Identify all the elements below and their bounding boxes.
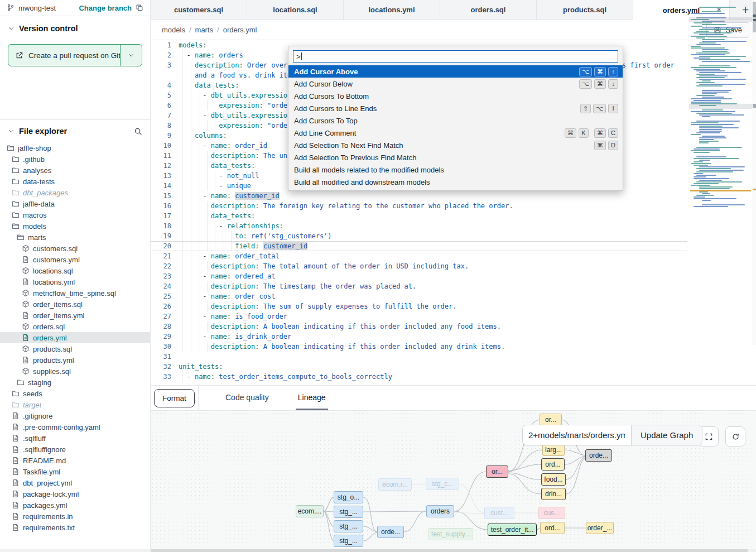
palette-item-add-selection-to-previous-find-match[interactable]: Add Selection To Previous Find Match [288,151,623,164]
file-explorer-header[interactable]: File explorer [0,120,150,138]
file-tree-item-dbt_packages[interactable]: dbt_packages [0,187,150,198]
editor-line-22[interactable]: 22 description: The total amount of the … [151,261,687,271]
file-tree-item-jaffle-data[interactable]: jaffle-data [0,198,150,209]
tab-customers.sql[interactable]: customers.sql [151,0,247,20]
palette-item-build-all-models-related-to-the-modified-models[interactable]: Build all models related to the modified… [288,164,623,176]
editor-line-27[interactable]: 27 - name: is_food_order [151,311,687,321]
editor-line-16[interactable]: 16 description: The foreign key relating… [151,201,687,211]
file-tree-item-order_items.yml[interactable]: order_items.yml [0,310,150,321]
change-branch-link[interactable]: Change branch [79,4,132,12]
file-tree-item-locations.sql[interactable]: locations.sql [0,265,150,276]
lineage-node-ecom[interactable]: ecom.... [296,505,324,517]
lineage-node-stg_[interactable]: stg_... [334,535,363,547]
file-tree-item-requirements.txt[interactable]: requirements.txt [0,522,150,533]
lineage-node-ecomr[interactable]: ecom.r... [378,478,412,491]
file-tree-item-locations.yml[interactable]: locations.yml [0,276,150,287]
file-tree-item-Taskfile.yml[interactable]: Taskfile.yml [0,466,150,477]
file-tree-item-.pre-commit-config.yaml[interactable]: .pre-commit-config.yaml [0,421,150,433]
file-tree-item-staging[interactable]: staging [0,377,150,388]
lineage-node-orde[interactable]: orde... [585,449,612,462]
update-graph-button[interactable]: Update Graph [631,425,702,445]
lineage-node-food[interactable]: food... [541,473,566,486]
file-tree-item-README.md[interactable]: README.md [0,455,150,466]
file-tree-item-orders.sql[interactable]: orders.sql [0,321,150,332]
editor-line-29[interactable]: 29 - name: is_drink_order [151,332,687,342]
refresh-button[interactable] [725,426,745,447]
editor-scrollbar-thumb[interactable] [753,2,756,32]
editor-line-31[interactable]: 31 [151,352,687,362]
minimap-viewport-band[interactable] [689,17,752,22]
editor-line-20[interactable]: 20 field: customer_id [151,241,687,251]
file-tree-item-requirements.in[interactable]: requirements.in [0,511,150,522]
file-tree-item-analyses[interactable]: analyses [0,165,150,176]
editor-line-15[interactable]: 15 - name: customer_id [151,191,687,201]
bottom-tab-code-quality[interactable]: Code quality [223,386,271,410]
create-pr-button-main[interactable]: Create a pull request on Git… [8,45,120,66]
palette-item-add-line-comment[interactable]: Add Line Comment⌘K⌘C [288,127,623,139]
tab-products.sql[interactable]: products.sql [537,0,633,20]
editor-line-25[interactable]: 25 - name: order_cost [151,291,687,301]
lineage-node-stg_c[interactable]: stg_c... [426,478,459,490]
lineage-selector-input[interactable] [523,425,631,445]
palette-item-add-cursors-to-top[interactable]: Add Cursors To Top [288,114,623,127]
palette-item-add-cursor-above[interactable]: Add Cursor Above⌥⌘↑ [288,65,623,78]
file-tree-item-products.sql[interactable]: products.sql [0,343,150,354]
file-tree-item-macros[interactable]: macros [0,209,150,220]
breadcrumb-item-models[interactable]: models [162,26,185,34]
lineage-node-ord[interactable]: ord... [541,458,565,471]
file-tree-item-customers.sql[interactable]: customers.sql [0,243,150,254]
tab-orders.sql[interactable]: orders.sql [440,0,537,20]
file-tree-item-models[interactable]: models [0,220,150,232]
editor-line-21[interactable]: 21 - name: order_total [151,251,687,261]
editor-line-26[interactable]: 26 description: The sum of supply expens… [151,301,687,311]
file-tree-item-dbt_project.yml[interactable]: dbt_project.yml [0,477,150,488]
breadcrumb-item-orders.yml[interactable]: orders.yml [223,26,257,34]
tab-locations.yml[interactable]: locations.yml [344,0,440,20]
file-tree-item-supplies.sql[interactable]: supplies.sql [0,366,150,377]
editor-line-19[interactable]: 19 to: ref('stg_customers') [151,231,687,241]
lineage-panel[interactable]: ecom....stg_o...stg_...stg_...stg_...ord… [151,411,756,549]
breadcrumb-item-marts[interactable]: marts [195,26,214,34]
lineage-node-drin[interactable]: drin... [541,488,566,500]
lineage-node-stg_[interactable]: stg_... [334,506,363,518]
file-tree-item-package-lock.yml[interactable]: package-lock.yml [0,488,150,500]
file-tree-item-orders.yml[interactable]: orders.yml [0,332,150,343]
create-pr-button[interactable]: Create a pull request on Git… [8,44,142,66]
create-pr-dropdown-caret[interactable] [120,45,142,66]
horizontal-scrollbar-thumb[interactable] [151,549,748,552]
lineage-node-orde[interactable]: orde... [377,526,404,538]
file-tree-item-.sqlfluffignore[interactable]: .sqlfluffignore [0,444,150,455]
palette-item-add-cursors-to-bottom[interactable]: Add Cursors To Bottom [288,90,623,102]
format-button[interactable]: Format [154,389,195,407]
minimap-viewport-band[interactable] [689,104,752,109]
version-control-header[interactable]: Version control [0,16,150,37]
file-tree-item-jaffle-shop[interactable]: jaffle-shop [0,142,150,153]
lineage-node-larg[interactable]: larg... [542,444,565,456]
palette-item-add-cursors-to-line-ends[interactable]: Add Cursors to Line Ends⇧⌥I [288,102,623,114]
file-tree-item-packages.yml[interactable]: packages.yml [0,500,150,511]
palette-item-build-all-modified-and-downstream-models[interactable]: Build all modified and downstream models [288,176,623,188]
file-tree-item-.gitignore[interactable]: .gitignore [0,410,150,421]
tab-locations.sql[interactable]: locations.sql [247,0,344,20]
file-tree-item-.github[interactable]: .github [0,153,150,165]
bottom-tab-lineage[interactable]: Lineage [296,386,328,410]
file-tree-item-marts[interactable]: marts [0,232,150,243]
file-tree-item-data-tests[interactable]: data-tests [0,176,150,187]
palette-item-add-selection-to-next-find-match[interactable]: Add Selection To Next Find Match⌘D [288,139,623,151]
editor-line-24[interactable]: 24 description: The timestamp the order … [151,281,687,291]
lineage-node-cus[interactable]: cus... [538,507,565,519]
file-tree-item-seeds[interactable]: seeds [0,388,150,399]
lineage-node-or[interactable]: or... [540,414,562,426]
horizontal-scrollbar[interactable] [0,549,756,552]
file-tree-item-.sqlfluff[interactable]: .sqlfluff [0,433,150,444]
editor-line-17[interactable]: 17 data_tests: [151,211,687,221]
lineage-node-orders[interactable]: orders [426,505,454,517]
file-tree-item-order_items.sql[interactable]: order_items.sql [0,299,150,310]
copy-icon[interactable] [136,4,143,12]
lineage-node-ord[interactable]: ord... [540,522,565,534]
editor-line-30[interactable]: 30 description: A boolean indicating if … [151,342,687,352]
lineage-node-test_supply[interactable]: test_supply... [428,528,473,540]
editor-minimap[interactable] [689,6,752,213]
lineage-node-test_order_it[interactable]: test_order_it... [488,524,537,536]
lineage-node-cust[interactable]: cust... [484,507,514,519]
